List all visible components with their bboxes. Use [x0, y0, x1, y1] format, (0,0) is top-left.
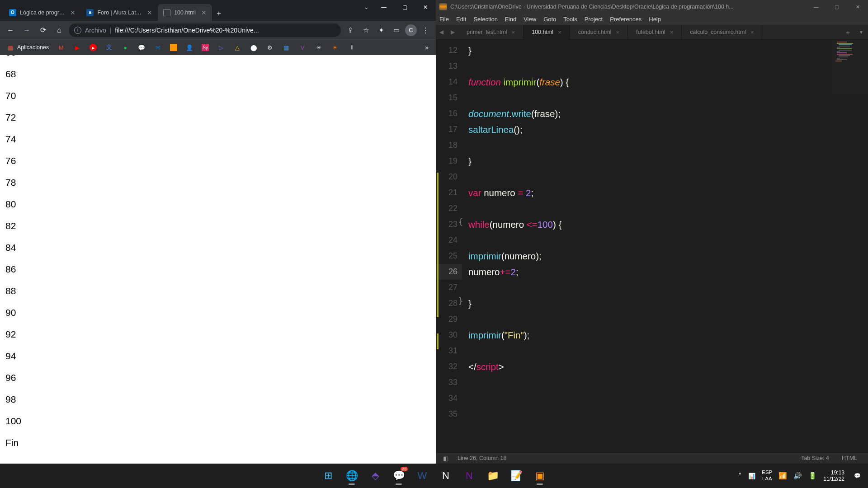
menu-find[interactable]: Find [505, 16, 516, 23]
bookmark-settings-icon[interactable]: ⚙ [263, 42, 277, 53]
bookmark-barcode-icon[interactable]: ⦀ [344, 42, 358, 53]
line-number[interactable]: 19 [436, 153, 458, 169]
minimize-button[interactable]: — [373, 0, 394, 14]
code-line[interactable]: } [468, 296, 868, 311]
clock[interactable]: 19:1311/12/22 [823, 469, 844, 483]
taskbar-chrome[interactable]: 🌐 [342, 466, 362, 486]
bookmark-grid-icon[interactable]: ▦ [279, 42, 293, 53]
menu-help[interactable]: Help [649, 16, 661, 23]
line-number[interactable]: 33 [436, 375, 458, 390]
bookmark-play-icon[interactable]: ▷ [214, 42, 228, 53]
line-number[interactable]: 26 [436, 264, 462, 280]
volume-icon[interactable]: 🔊 [793, 472, 802, 480]
bookmark-gmail[interactable]: M [54, 42, 68, 53]
bookmark-notes[interactable] [167, 42, 180, 53]
editor-tab[interactable]: futebol.html× [628, 25, 682, 40]
menu-goto[interactable]: Goto [543, 16, 556, 23]
bookmark-sun-icon[interactable]: ☀ [328, 42, 342, 53]
menu-edit[interactable]: Edit [456, 16, 466, 23]
code-line[interactable] [468, 343, 868, 359]
chrome-tab[interactable]: aForo | Alura Lat…✕ [81, 4, 158, 21]
sublime-titlebar[interactable]: C:\Users\Cristhian\OneDrive - Universida… [436, 0, 868, 14]
chrome-tab[interactable]: 100.html✕ [158, 4, 212, 21]
editor-tab[interactable]: calculo_consumo.html× [682, 25, 762, 40]
taskbar-notepad[interactable]: 📝 [506, 466, 526, 486]
taskbar-whatsapp[interactable]: 💬23 [389, 466, 409, 486]
tab-search-button[interactable]: ⌄ [364, 4, 369, 10]
sublime-minimize[interactable]: — [806, 0, 826, 14]
tab-close-icon[interactable]: ✕ [147, 9, 152, 16]
tab-history-forward[interactable]: ▶ [447, 29, 458, 35]
code-line[interactable] [468, 232, 868, 248]
chrome-tab[interactable]: OLógica de progr…✕ [4, 4, 81, 21]
code-line[interactable]: } [468, 42, 868, 58]
maximize-button[interactable]: ▢ [394, 0, 415, 14]
line-number[interactable]: 25 [436, 248, 458, 264]
tab-close-icon[interactable]: × [512, 29, 515, 36]
bookmark-youtube[interactable]: ▶ [71, 42, 84, 53]
bookmark-drive[interactable]: △ [231, 42, 244, 53]
back-button[interactable]: ← [4, 23, 17, 37]
line-number[interactable]: 23 [436, 216, 458, 232]
line-number[interactable]: 32 [436, 359, 458, 375]
menu-selection[interactable]: Selection [473, 16, 497, 23]
syntax-mode[interactable]: HTML [835, 455, 863, 461]
tab-close-icon[interactable]: × [670, 29, 674, 36]
code-line[interactable] [468, 406, 868, 422]
bookmarks-overflow[interactable]: » [421, 42, 432, 53]
battery-icon[interactable]: 🔋 [808, 472, 817, 480]
sidebar-toggle-icon[interactable]: ◧ [440, 455, 451, 462]
line-number[interactable]: 34 [436, 390, 458, 406]
forward-button[interactable]: → [20, 23, 33, 37]
line-number[interactable]: 12 [436, 42, 458, 58]
tab-size[interactable]: Tab Size: 4 [795, 455, 835, 461]
code-line[interactable]: imprimir("Fin"); [468, 327, 868, 343]
language-indicator[interactable]: ESPLAA [762, 469, 772, 482]
address-bar[interactable]: i Archivo | file:///C:/Users/Cristhian/O… [69, 23, 341, 37]
line-number[interactable]: 16 [436, 106, 458, 122]
code-line[interactable]: saltarLinea(); [468, 122, 868, 137]
start-button[interactable]: ⊞ [318, 466, 338, 486]
code-line[interactable]: </script> [468, 359, 868, 375]
code-line[interactable] [468, 201, 868, 216]
line-number[interactable]: 20 [436, 169, 458, 185]
sublime-new-tab[interactable]: + [841, 28, 854, 36]
extensions-icon[interactable]: ✦ [374, 23, 388, 37]
chrome-menu-icon[interactable]: ⋮ [419, 23, 432, 37]
taskbar-sublime[interactable]: ▣ [530, 466, 550, 486]
line-number[interactable]: 17 [436, 122, 458, 137]
line-number[interactable]: 14 [436, 74, 458, 90]
code-line[interactable]: imprimir(numero); [468, 248, 868, 264]
taskbar-vscode[interactable]: ⬘ [365, 466, 385, 486]
cursor-position[interactable]: Line 26, Column 18 [451, 455, 513, 461]
menu-tools[interactable]: Tools [563, 16, 577, 23]
editor-tab[interactable]: 100.html× [524, 25, 570, 40]
code-line[interactable]: function imprimir(frase) { [468, 74, 868, 90]
code-line[interactable] [468, 375, 868, 390]
tab-close-icon[interactable]: ✕ [70, 9, 75, 16]
code-line[interactable] [468, 137, 868, 153]
page-content[interactable]: 6668707274767880828486889092949698100Fin [0, 55, 436, 464]
profile-avatar[interactable]: C [405, 24, 417, 36]
editor-tab[interactable]: primer_test.html× [458, 25, 524, 40]
menu-project[interactable]: Project [585, 16, 603, 23]
code-area[interactable]: } function imprimir(frase) { document.wr… [462, 40, 868, 452]
menu-preferences[interactable]: Preferences [610, 16, 642, 23]
reload-button[interactable]: ⟳ [36, 23, 50, 37]
bookmark-ytmusic[interactable]: ▸ [87, 42, 99, 53]
line-number[interactable]: 28 [436, 296, 458, 311]
line-number[interactable]: 35 [436, 406, 458, 422]
code-line[interactable] [468, 169, 868, 185]
tray-overflow-icon[interactable]: ˄ [738, 472, 742, 480]
bookmark-v-icon[interactable]: V [296, 42, 309, 53]
site-info-icon[interactable]: i [74, 27, 81, 34]
menu-view[interactable]: View [524, 16, 536, 23]
tab-close-icon[interactable]: × [558, 29, 561, 36]
bookmark-chat[interactable]: 💬 [135, 42, 148, 53]
sublime-close[interactable]: ✕ [847, 0, 868, 14]
sidepanel-icon[interactable]: ▭ [390, 23, 403, 37]
taskbar-word[interactable]: W [412, 466, 432, 486]
code-line[interactable] [468, 90, 868, 106]
bookmark-star-icon[interactable]: ☆ [359, 23, 373, 37]
line-number[interactable]: 21 [436, 185, 458, 201]
